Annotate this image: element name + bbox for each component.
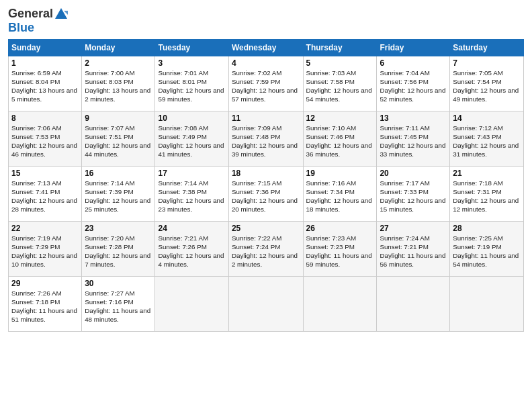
calendar-table: SundayMondayTuesdayWednesdayThursdayFrid… [8,39,524,332]
calendar-cell: 3Sunrise: 7:01 AMSunset: 8:01 PMDaylight… [155,56,228,111]
day-info: Sunrise: 6:59 AMSunset: 8:04 PMDaylight:… [11,69,77,103]
day-info: Sunrise: 7:08 AMSunset: 7:49 PMDaylight:… [158,124,224,158]
page-container: General Blue SundayMondayTuesdayWednesda… [0,0,532,338]
day-number: 4 [232,58,300,68]
weekday-header-tuesday: Tuesday [155,39,228,56]
calendar-cell [303,276,377,331]
day-number: 25 [232,224,300,233]
day-number: 28 [453,224,521,233]
calendar-header-row: SundayMondayTuesdayWednesdayThursdayFrid… [9,39,524,56]
day-number: 8 [11,113,79,123]
calendar-cell: 8Sunrise: 7:06 AMSunset: 7:53 PMDaylight… [9,111,82,166]
calendar-cell: 18Sunrise: 7:15 AMSunset: 7:36 PMDayligh… [228,166,303,221]
weekday-header-thursday: Thursday [303,39,377,56]
day-info: Sunrise: 7:18 AMSunset: 7:31 PMDaylight:… [453,179,519,214]
calendar-cell: 4Sunrise: 7:02 AMSunset: 7:59 PMDaylight… [228,56,303,111]
calendar-cell: 5Sunrise: 7:03 AMSunset: 7:58 PMDaylight… [303,56,377,111]
day-info: Sunrise: 7:13 AMSunset: 7:41 PMDaylight:… [11,179,77,214]
day-number: 2 [85,58,152,68]
day-info: Sunrise: 7:04 AMSunset: 7:56 PMDaylight:… [380,69,445,103]
day-info: Sunrise: 7:09 AMSunset: 7:48 PMDaylight:… [232,124,298,158]
calendar-cell [155,276,228,331]
day-info: Sunrise: 7:14 AMSunset: 7:39 PMDaylight:… [85,179,150,214]
weekday-header-friday: Friday [377,39,450,56]
day-number: 20 [380,169,447,178]
day-info: Sunrise: 7:19 AMSunset: 7:29 PMDaylight:… [11,234,77,269]
calendar-cell: 14Sunrise: 7:12 AMSunset: 7:43 PMDayligh… [450,111,524,166]
calendar-cell: 9Sunrise: 7:07 AMSunset: 7:51 PMDaylight… [82,111,155,166]
day-number: 23 [85,224,152,233]
day-info: Sunrise: 7:21 AMSunset: 7:26 PMDaylight:… [158,234,224,269]
day-number: 6 [380,58,447,68]
calendar-cell: 16Sunrise: 7:14 AMSunset: 7:39 PMDayligh… [82,166,155,221]
day-info: Sunrise: 7:16 AMSunset: 7:34 PMDaylight:… [306,179,372,214]
weekday-header-wednesday: Wednesday [228,39,303,56]
day-info: Sunrise: 7:23 AMSunset: 7:23 PMDaylight:… [306,234,372,269]
weekday-header-saturday: Saturday [450,39,524,56]
logo-general-text: General [8,7,53,21]
day-info: Sunrise: 7:00 AMSunset: 8:03 PMDaylight:… [85,69,150,103]
day-info: Sunrise: 7:10 AMSunset: 7:46 PMDaylight:… [306,124,372,158]
svg-marker-0 [55,8,67,19]
calendar-week-3: 15Sunrise: 7:13 AMSunset: 7:41 PMDayligh… [9,166,524,221]
calendar-week-4: 22Sunrise: 7:19 AMSunset: 7:29 PMDayligh… [9,221,524,276]
calendar-cell: 1Sunrise: 6:59 AMSunset: 8:04 PMDaylight… [9,56,82,111]
day-number: 5 [306,58,374,68]
calendar-body: 1Sunrise: 6:59 AMSunset: 8:04 PMDaylight… [9,56,524,331]
calendar-week-2: 8Sunrise: 7:06 AMSunset: 7:53 PMDaylight… [9,111,524,166]
weekday-header-sunday: Sunday [9,39,82,56]
calendar-cell: 29Sunrise: 7:26 AMSunset: 7:18 PMDayligh… [9,276,82,331]
day-info: Sunrise: 7:06 AMSunset: 7:53 PMDaylight:… [11,124,77,158]
day-number: 18 [232,169,300,178]
day-info: Sunrise: 7:05 AMSunset: 7:54 PMDaylight:… [453,69,519,103]
day-info: Sunrise: 7:20 AMSunset: 7:28 PMDaylight:… [85,234,150,269]
day-number: 21 [453,169,521,178]
day-number: 14 [453,113,521,123]
day-number: 19 [306,169,374,178]
calendar-cell: 17Sunrise: 7:14 AMSunset: 7:38 PMDayligh… [155,166,228,221]
day-number: 24 [158,224,225,233]
calendar-cell: 24Sunrise: 7:21 AMSunset: 7:26 PMDayligh… [155,221,228,276]
calendar-cell: 20Sunrise: 7:17 AMSunset: 7:33 PMDayligh… [377,166,450,221]
calendar-week-1: 1Sunrise: 6:59 AMSunset: 8:04 PMDaylight… [9,56,524,111]
calendar-cell: 19Sunrise: 7:16 AMSunset: 7:34 PMDayligh… [303,166,377,221]
day-number: 13 [380,113,447,123]
calendar-cell: 25Sunrise: 7:22 AMSunset: 7:24 PMDayligh… [228,221,303,276]
day-number: 17 [158,169,225,178]
header: General Blue [8,7,524,35]
day-number: 29 [11,279,79,288]
day-info: Sunrise: 7:07 AMSunset: 7:51 PMDaylight:… [85,124,150,158]
calendar-week-5: 29Sunrise: 7:26 AMSunset: 7:18 PMDayligh… [9,276,524,331]
calendar-cell [377,276,450,331]
calendar-cell: 23Sunrise: 7:20 AMSunset: 7:28 PMDayligh… [82,221,155,276]
logo-icon [54,7,69,21]
calendar-cell: 28Sunrise: 7:25 AMSunset: 7:19 PMDayligh… [450,221,524,276]
day-info: Sunrise: 7:03 AMSunset: 7:58 PMDaylight:… [306,69,372,103]
day-number: 3 [158,58,225,68]
day-number: 16 [85,169,152,178]
day-info: Sunrise: 7:27 AMSunset: 7:16 PMDaylight:… [85,289,150,324]
day-number: 12 [306,113,374,123]
calendar-cell [450,276,524,331]
calendar-cell: 27Sunrise: 7:24 AMSunset: 7:21 PMDayligh… [377,221,450,276]
day-number: 9 [85,113,152,123]
day-number: 1 [11,58,79,68]
calendar-cell: 10Sunrise: 7:08 AMSunset: 7:49 PMDayligh… [155,111,228,166]
day-number: 7 [453,58,521,68]
day-info: Sunrise: 7:26 AMSunset: 7:18 PMDaylight:… [11,289,77,324]
day-info: Sunrise: 7:24 AMSunset: 7:21 PMDaylight:… [380,234,445,269]
calendar-cell: 30Sunrise: 7:27 AMSunset: 7:16 PMDayligh… [82,276,155,331]
calendar-cell: 11Sunrise: 7:09 AMSunset: 7:48 PMDayligh… [228,111,303,166]
calendar-cell: 7Sunrise: 7:05 AMSunset: 7:54 PMDaylight… [450,56,524,111]
weekday-header-monday: Monday [82,39,155,56]
day-info: Sunrise: 7:02 AMSunset: 7:59 PMDaylight:… [232,69,298,103]
logo-blue-text: Blue [8,21,34,34]
day-info: Sunrise: 7:14 AMSunset: 7:38 PMDaylight:… [158,179,224,214]
day-number: 10 [158,113,225,123]
day-number: 15 [11,169,79,178]
day-info: Sunrise: 7:22 AMSunset: 7:24 PMDaylight:… [232,234,298,269]
calendar-cell: 13Sunrise: 7:11 AMSunset: 7:45 PMDayligh… [377,111,450,166]
day-number: 11 [232,113,300,123]
day-info: Sunrise: 7:01 AMSunset: 8:01 PMDaylight:… [158,69,224,103]
calendar-cell: 26Sunrise: 7:23 AMSunset: 7:23 PMDayligh… [303,221,377,276]
